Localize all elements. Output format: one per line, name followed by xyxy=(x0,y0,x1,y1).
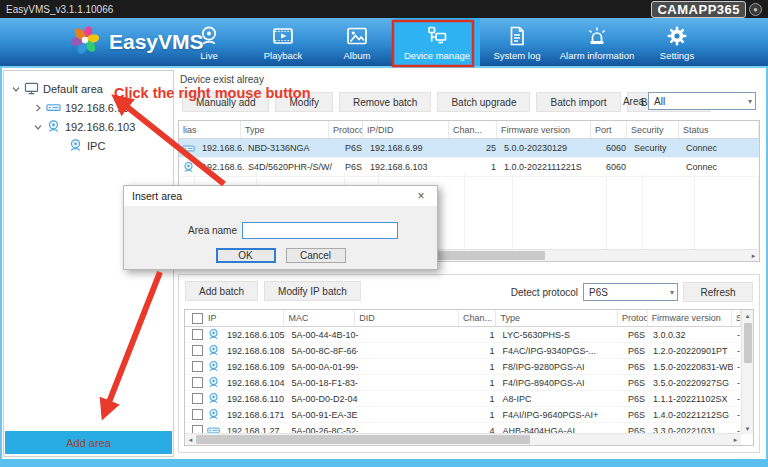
chevron-down-icon: ▾ xyxy=(748,97,752,106)
cell-status: Connec xyxy=(682,143,759,153)
filler-cell xyxy=(607,174,643,250)
toolbar-item-label: Alarm information xyxy=(560,50,634,61)
row-checkbox-wrap xyxy=(185,361,204,372)
filler-cell xyxy=(513,174,607,250)
ok-button[interactable]: OK xyxy=(216,248,276,263)
chevron-expanded-icon[interactable] xyxy=(32,123,44,131)
frame-bottom xyxy=(0,459,768,467)
chevron-expanded-icon[interactable] xyxy=(10,85,22,93)
device-exist-label: Device exist alreay xyxy=(180,74,264,85)
cell-type: F8/IPG-9280PGS-AI xyxy=(499,362,620,372)
chevron-collapsed-icon[interactable] xyxy=(32,104,44,112)
tree-item-192-168-6-103[interactable]: 192.168.6.103 xyxy=(4,117,173,136)
scroll-left-icon[interactable]: ◂ xyxy=(185,434,196,445)
cell-firmware-version: 3.0.0.32 xyxy=(649,330,733,340)
cell-firmware-version: 3.5.0-20220927SG xyxy=(649,378,733,388)
vscroll-thumb[interactable] xyxy=(744,323,752,363)
cell-port: 6060 xyxy=(594,162,630,172)
cell-type: A8-IPC xyxy=(499,394,620,404)
detect-protocol-select[interactable]: P6S ▾ xyxy=(583,283,678,301)
column-header-chan: Chan... xyxy=(459,310,496,326)
manually-add-button[interactable]: Manually add xyxy=(182,92,269,112)
row-checkbox[interactable] xyxy=(192,393,203,404)
hscroll-thumb[interactable] xyxy=(196,435,530,444)
cell-ip-did: 192.168.6.103 xyxy=(366,162,452,172)
cancel-button[interactable]: Cancel xyxy=(286,248,346,263)
batch-import-button[interactable]: Batch import xyxy=(536,92,620,112)
nvr-icon xyxy=(44,100,62,115)
search-table-vscrollbar[interactable]: ▴ ▾ xyxy=(741,310,753,434)
tree-item-ipc[interactable]: IPC xyxy=(4,136,173,155)
table-row[interactable]: 192.168.6.1055A-00-44-4B-10-431LYC-5630P… xyxy=(185,327,741,343)
table-row[interactable]: 192.168.6.1105A-00-D0-D2-04-711A8-IPCP6S… xyxy=(185,391,741,407)
cell-ip: 192.168.6.171 xyxy=(223,410,288,420)
column-header-protocol: Protocol xyxy=(329,121,363,138)
cell-chan: 1 xyxy=(461,362,498,372)
cell-chan: 1 xyxy=(461,394,498,404)
row-checkbox-wrap xyxy=(185,393,204,404)
filler-cell xyxy=(465,174,513,250)
row-checkbox-wrap xyxy=(185,345,204,356)
cell-mac: 5A-00-0A-01-99-6C xyxy=(288,362,358,372)
tree-item-default-area[interactable]: Default area xyxy=(4,79,173,98)
add-area-button[interactable]: Add area xyxy=(5,431,172,454)
table-row[interactable]: 192.168.6.1715A-00-91-EA-3E-C31F4AI/IPG-… xyxy=(185,407,741,423)
area-name-input[interactable] xyxy=(242,222,398,239)
cell-security: Security xyxy=(630,143,682,153)
table-row[interactable]: 192.168.6.1085A-00-8C-8F-66-DA1F4AC/IPG-… xyxy=(185,343,741,359)
toolbar-item-label: System log xyxy=(494,50,541,61)
toolbar-item-playback[interactable]: Playback xyxy=(246,18,320,66)
close-icon[interactable]: × xyxy=(413,189,429,203)
detect-protocol-label: Detect protocol xyxy=(511,287,578,298)
frame-left xyxy=(0,66,2,467)
camera-icon xyxy=(66,138,84,153)
refresh-button[interactable]: Refresh xyxy=(683,282,753,302)
row-checkbox[interactable] xyxy=(192,377,203,388)
search-table-hscrollbar[interactable]: ◂ ▸ xyxy=(185,433,741,445)
main-nav: LivePlaybackAlbumDevice manageSystem log… xyxy=(172,18,714,66)
table-row[interactable]: 192.168.6.1095A-00-0A-01-99-6C1F8/IPG-92… xyxy=(185,359,741,375)
row-checkbox[interactable] xyxy=(192,329,203,340)
cell-firmware-version: 1.2.0-20220901PT xyxy=(649,346,733,356)
scroll-right-icon[interactable]: ▸ xyxy=(730,434,741,445)
cell-chan: 25 xyxy=(452,143,500,153)
toolbar-item-device-manage[interactable]: Device manage xyxy=(394,18,480,66)
area-select[interactable]: All ▾ xyxy=(648,92,756,110)
toolbar-item-alarm-information[interactable]: Alarm information xyxy=(554,18,640,66)
cell-type: NBD-3136NGA xyxy=(244,143,332,153)
toolbar-item-live[interactable]: Live xyxy=(172,18,246,66)
remove-batch-button[interactable]: Remove batch xyxy=(339,92,431,112)
table-row[interactable]: 192.168.6.1045A-00-18-F1-83-1B1F4/IPG-89… xyxy=(185,375,741,391)
watermark-circle-icon: ● xyxy=(749,3,762,16)
modify-button[interactable]: Modify xyxy=(275,92,332,112)
tree-item-192-168-6-99[interactable]: 192.168.6.99 xyxy=(4,98,173,117)
monitor-icon xyxy=(22,81,40,96)
cell-mac: 5A-00-D0-D2-04-71 xyxy=(288,394,358,404)
toolbar-item-system-log[interactable]: System log xyxy=(480,18,554,66)
scroll-right-icon[interactable]: ▸ xyxy=(748,250,759,261)
table-row[interactable]: 192.168.6.99NBD-3136NGAP6S192.168.6.9925… xyxy=(179,139,759,158)
toolbar-item-album[interactable]: Album xyxy=(320,18,394,66)
cell-mac: 5A-00-91-EA-3E-C3 xyxy=(288,410,358,420)
camera-icon xyxy=(204,408,223,421)
select-all-checkbox[interactable] xyxy=(192,313,203,324)
cell-type: LYC-5630PHS-S xyxy=(499,330,620,340)
row-checkbox[interactable] xyxy=(192,409,203,420)
scroll-down-icon[interactable]: ▾ xyxy=(742,423,753,434)
scroll-up-icon[interactable]: ▴ xyxy=(742,310,753,321)
camera-icon xyxy=(179,161,198,174)
modify-ip-batch-button[interactable]: Modify IP batch xyxy=(264,281,361,301)
toolbar-item-label: Live xyxy=(200,50,217,61)
cell-ip: 192.168.6.110 xyxy=(223,394,288,404)
gear-icon xyxy=(665,24,689,48)
toolbar-item-settings[interactable]: Settings xyxy=(640,18,714,66)
flower-logo-icon xyxy=(68,23,102,61)
cell-lias: 192.168.6.103 xyxy=(198,162,244,172)
batch-upgrade-button[interactable]: Batch upgrade xyxy=(437,92,530,112)
search-panel: Add batchModify IP batch Detect protocol… xyxy=(178,274,760,453)
row-checkbox[interactable] xyxy=(192,345,203,356)
add-batch-button[interactable]: Add batch xyxy=(185,281,258,301)
cell-mac: 5A-00-8C-8F-66-DA xyxy=(288,346,358,356)
row-checkbox[interactable] xyxy=(192,361,203,372)
cell-chan: 1 xyxy=(461,410,498,420)
